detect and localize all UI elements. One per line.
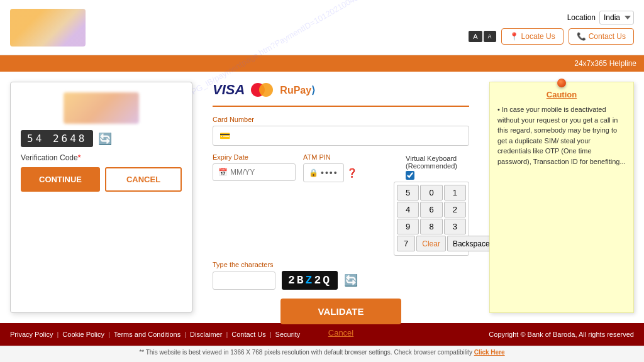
card-number-label: Card Number	[213, 116, 469, 123]
required-asterisk: *	[78, 153, 81, 162]
modal-buttons: CONTINUE CANCEL	[21, 167, 182, 192]
divider	[213, 106, 469, 107]
verification-modal: 54 2648 🔄 Verification Code* CONTINUE CA…	[10, 82, 192, 313]
card-number-field[interactable]	[234, 131, 462, 141]
card-number-input[interactable]: 💳	[213, 126, 469, 146]
captcha-label: Type the characters	[213, 261, 469, 268]
contact-us-button[interactable]: 📞 Contact Us	[569, 28, 634, 45]
numpad-row-3: 9 8 3	[397, 219, 466, 234]
numpad-8[interactable]: 8	[420, 219, 442, 234]
header: Location India USA UK A A 📍 Locate Us 📞 …	[0, 0, 644, 55]
expiry-label: Expiry Date	[213, 153, 296, 161]
mastercard-logo	[251, 83, 274, 97]
card-icon: 💳	[219, 131, 230, 141]
location-row: Location India USA UK	[567, 11, 634, 25]
virtual-kb-col: Virtual Keyboard (Recommended) 5 0 1 4 6	[394, 153, 469, 256]
footer-privacy-policy[interactable]: Privacy Policy	[10, 331, 53, 338]
header-right: Location India USA UK A A 📍 Locate Us 📞 …	[469, 11, 634, 45]
numpad-5[interactable]: 5	[397, 185, 419, 200]
caution-title: Caution	[497, 90, 626, 99]
captcha-display: 54 2648	[21, 130, 93, 147]
rupay-logo: RuPay⟩	[280, 84, 315, 96]
locate-us-button[interactable]: 📍 Locate Us	[501, 28, 564, 45]
continue-button[interactable]: CONTINUE	[21, 167, 100, 192]
captcha-row: 54 2648 🔄	[21, 130, 182, 147]
virtual-kb-checkbox[interactable]	[406, 171, 414, 180]
calendar-icon: 📅	[218, 168, 228, 177]
pin-col: ATM PIN 🔒 •••• ❓	[303, 153, 386, 182]
location-select[interactable]: India USA UK	[599, 11, 634, 25]
atm-pin-input[interactable]: 🔒 ••••	[303, 163, 344, 182]
help-icon[interactable]: ❓	[347, 168, 357, 178]
numpad: 5 0 1 4 6 2 9 8 3 7	[394, 182, 469, 256]
pin-dots: ••••	[321, 168, 338, 178]
phone-icon: 📞	[577, 32, 586, 41]
numpad-0[interactable]: 0	[420, 185, 442, 200]
cancel-link[interactable]: Cancel	[213, 328, 469, 337]
numpad-1[interactable]: 1	[444, 185, 466, 200]
numpad-7[interactable]: 7	[397, 236, 415, 251]
numpad-row-2: 4 6 2	[397, 202, 466, 217]
virtual-keyboard-section: Virtual Keyboard (Recommended)	[406, 155, 457, 182]
validate-button[interactable]: VALIDATE	[280, 299, 402, 324]
footer-terms[interactable]: Terms and Conditions	[114, 331, 180, 338]
atm-pin-label: ATM PIN	[303, 153, 386, 161]
location-icon: 📍	[509, 32, 519, 41]
font-large-button[interactable]: A	[469, 31, 482, 42]
expiry-input[interactable]: 📅	[213, 163, 296, 181]
caution-text: • In case your mobile is deactivated wit…	[497, 104, 626, 167]
expiry-field[interactable]	[230, 168, 268, 177]
mc-right-circle	[259, 83, 273, 97]
expiry-pin-row: Expiry Date 📅 ATM PIN 🔒 •••• ❓	[213, 153, 469, 256]
modal-logo	[64, 92, 139, 124]
captcha-refresh-icon[interactable]: 🔄	[344, 273, 358, 287]
numpad-row-4: 7 Clear Backspace	[397, 236, 466, 251]
bank-logo	[10, 9, 86, 47]
card-logos: VISA RuPay⟩	[213, 82, 469, 98]
expiry-col: Expiry Date 📅	[213, 153, 296, 181]
pushpin-icon	[557, 79, 566, 87]
helpline-stripe: 24x7x365 Helpline	[0, 55, 644, 72]
lock-icon: 🔒	[309, 168, 318, 177]
visa-logo: VISA	[213, 82, 245, 98]
main-content: Source From: https://ipg.bobgateway.in/P…	[0, 72, 644, 323]
footer-bottom: ** This website is best viewed in 1366 X…	[0, 346, 644, 358]
location-label: Location	[567, 13, 596, 22]
numpad-clear-button[interactable]: Clear	[416, 236, 446, 251]
caution-note: Caution • In case your mobile is deactiv…	[489, 82, 634, 313]
captcha-refresh-button[interactable]: 🔄	[98, 132, 112, 146]
cancel-modal-button[interactable]: CANCEL	[105, 167, 182, 192]
verification-label: Verification Code*	[21, 153, 182, 162]
numpad-2[interactable]: 2	[444, 202, 466, 217]
numpad-4[interactable]: 4	[397, 202, 419, 217]
captcha-input[interactable]	[213, 272, 275, 290]
click-here-link[interactable]: Click Here	[474, 349, 505, 356]
font-small-button[interactable]: A	[484, 31, 496, 42]
captcha-form-row: 2BZ2Q 🔄	[213, 271, 469, 290]
footer-cookie-policy[interactable]: Cookie Policy	[62, 331, 104, 338]
numpad-9[interactable]: 9	[397, 219, 419, 234]
numpad-row-1: 5 0 1	[397, 185, 466, 200]
numpad-backspace-button[interactable]: Backspace	[447, 236, 496, 251]
font-toggle: A A	[469, 31, 496, 42]
virtual-kb-label: Virtual Keyboard (Recommended)	[406, 155, 457, 182]
footer-copyright: Copyright © Bank of Baroda, All rights r…	[489, 331, 634, 338]
numpad-3[interactable]: 3	[444, 219, 466, 234]
captcha-image: 2BZ2Q	[282, 271, 338, 290]
numpad-6[interactable]: 6	[420, 202, 442, 217]
payment-form-panel: VISA RuPay⟩ Card Number 💳 Expiry Date 📅	[203, 82, 479, 313]
header-buttons: A A 📍 Locate Us 📞 Contact Us	[469, 28, 634, 45]
